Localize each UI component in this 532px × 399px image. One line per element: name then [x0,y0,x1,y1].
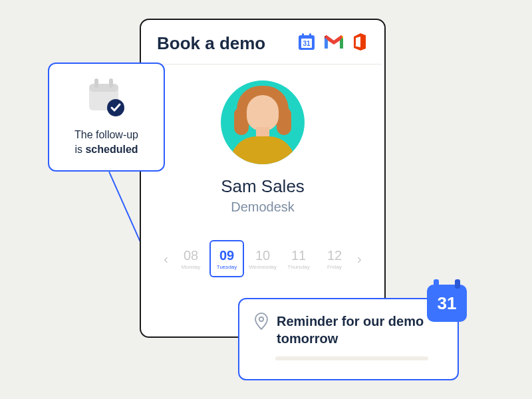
date-picker: ‹ 08 Monday 09 Tuesday 10 Wednesday 11 T… [141,240,384,277]
google-calendar-badge: 31 [427,285,467,322]
svg-rect-6 [94,78,98,88]
location-pin-icon [254,313,269,332]
date-label: Tuesday [217,264,237,270]
date-cell-2[interactable]: 10 Wednesday [245,240,280,277]
profile-company: Demodesk [231,200,295,215]
google-calendar-icon: 31 [297,32,317,55]
date-day: 11 [291,248,306,263]
reminder-progress-bar [275,356,428,360]
date-cell-1[interactable]: 09 Tuesday [209,240,244,277]
connector-line [108,172,142,244]
avatar [221,80,305,164]
integration-icons: 31 [297,32,368,55]
date-day: 10 [255,248,270,263]
calendar-date-text: 31 [303,40,311,47]
svg-point-9 [259,317,263,321]
date-label: Thursday [287,264,309,270]
date-prev-button[interactable]: ‹ [160,251,172,267]
date-day: 12 [327,248,342,263]
date-day: 09 [219,248,234,263]
svg-rect-2 [302,33,304,37]
svg-rect-7 [109,78,113,88]
reminder-text: Reminder for our demo tomorrow [277,313,443,347]
date-cell-3[interactable]: 11 Thursday [281,240,316,277]
date-cell-4[interactable]: 12 Friday [317,240,352,277]
date-day: 08 [184,248,198,263]
gmail-icon [323,32,344,55]
profile-name: Sam Sales [221,176,305,197]
svg-rect-5 [89,84,118,92]
date-next-button[interactable]: › [353,251,366,267]
office-icon [351,32,368,55]
followup-line2-bold: scheduled [85,144,138,155]
date-label: Monday [182,264,200,270]
card-header: Book a demo 31 [141,20,384,64]
profile-section: Sam Sales Demodesk [141,65,384,221]
date-cell-0[interactable]: 08 Monday [174,240,208,277]
date-label: Wednesday [249,264,277,270]
followup-card: The follow-up is scheduled [48,63,165,172]
followup-line2-prefix: is [74,144,85,155]
calendar-check-icon [85,77,128,121]
followup-line1: The follow-up [74,129,138,140]
followup-text: The follow-up is scheduled [74,128,138,156]
reminder-card: Reminder for our demo tomorrow 31 [238,298,459,380]
date-label: Friday [327,264,342,270]
book-demo-card: Book a demo 31 [140,19,386,338]
page-title: Book a demo [157,33,265,54]
calendar-badge-number: 31 [438,293,457,314]
svg-rect-3 [309,33,311,37]
